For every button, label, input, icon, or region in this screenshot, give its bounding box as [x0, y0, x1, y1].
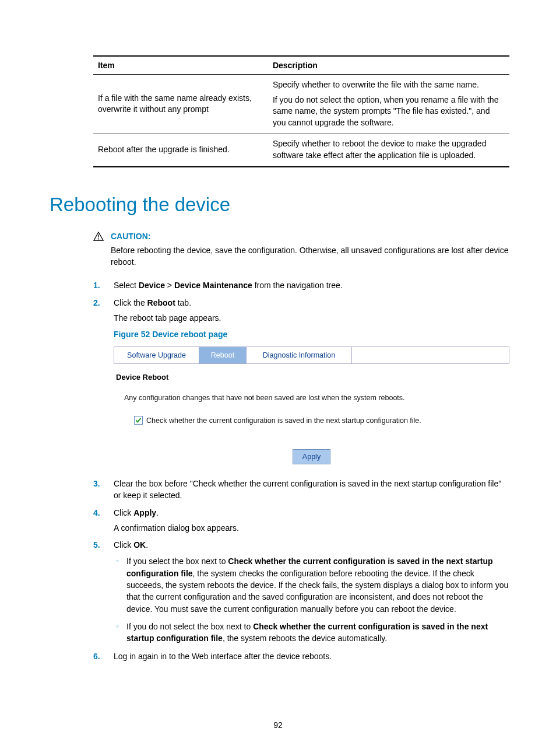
config-checkbox[interactable]: [134, 416, 143, 425]
caution-text: Before rebooting the device, save the co…: [111, 246, 509, 267]
step-2: Click the Reboot tab. The reboot tab pag…: [93, 297, 509, 469]
step-text-bold: Device Maintenance: [174, 281, 252, 290]
step-1: Select Device > Device Maintenance from …: [93, 279, 509, 291]
parameter-table: Item Description If a file with the same…: [93, 55, 509, 167]
step-text: Click the: [114, 298, 147, 307]
step-4: Click Apply. A confirmation dialog box a…: [93, 507, 509, 534]
apply-button[interactable]: Apply: [293, 449, 330, 464]
step-text: >: [165, 281, 174, 290]
step-text: .: [146, 540, 148, 550]
sub-text: , the system reboots the device automati…: [223, 634, 387, 643]
figure-reboot-ui: Software Upgrade Reboot Diagnostic Infor…: [114, 346, 509, 469]
caution-icon: [93, 230, 105, 243]
table-cell-text: If you do not select the option, when yo…: [273, 94, 505, 129]
section-heading: Rebooting the device: [50, 194, 509, 216]
step-text-bold: Device: [139, 281, 165, 290]
step-6: Log in again in to the Web interface aft…: [93, 650, 509, 662]
caution-block: CAUTION: Before rebooting the device, sa…: [93, 230, 509, 268]
step-text: from the navigation tree.: [252, 281, 343, 290]
figure-checkbox-row: Check whether the current configuration …: [114, 407, 509, 432]
sub-item: If you do not select the box next to Che…: [114, 621, 509, 645]
table-row: Reboot after the upgrade is finished. Sp…: [93, 134, 509, 167]
step-subtext: A confirmation dialog box appears.: [114, 522, 509, 534]
step-text-bold: OK: [133, 540, 146, 550]
table-row: If a file with the same name already exi…: [93, 75, 509, 134]
step-text-bold: Reboot: [147, 298, 175, 307]
step-text: Click: [114, 508, 133, 517]
step-subtext: The reboot tab page appears.: [114, 312, 509, 324]
step-text: tab.: [175, 298, 191, 307]
table-header-item: Item: [93, 56, 268, 75]
tab-software-upgrade[interactable]: Software Upgrade: [114, 347, 199, 363]
table-cell-description: Specify whether to overwrite the file wi…: [268, 75, 509, 134]
page-number: 92: [0, 720, 556, 730]
sub-text: If you select the box next to: [126, 556, 228, 566]
table-cell-item: Reboot after the upgrade is finished.: [93, 134, 268, 167]
table-header-description: Description: [268, 56, 509, 75]
step-text: Click: [114, 540, 133, 550]
table-cell-text: Specify whether to overwrite the file wi…: [273, 79, 505, 91]
figure-apply-row: Apply: [114, 432, 509, 469]
step-text: .: [156, 508, 159, 517]
step-text-bold: Apply: [133, 508, 156, 517]
svg-point-1: [98, 238, 99, 239]
figure-caption: Figure 52 Device reboot page: [114, 328, 509, 340]
document-page: Item Description If a file with the same…: [0, 0, 556, 756]
figure-section-title: Device Reboot: [114, 364, 509, 387]
sub-text: If you do not select the box next to: [126, 622, 253, 631]
table-cell-description: Specify whether to reboot the device to …: [268, 134, 509, 167]
caution-content: CAUTION: Before rebooting the device, sa…: [111, 230, 509, 268]
table-cell-item: If a file with the same name already exi…: [93, 75, 268, 134]
caution-title: CAUTION:: [111, 230, 509, 242]
steps-list: Select Device > Device Maintenance from …: [93, 279, 509, 662]
figure-checkbox-label: Check whether the current configuration …: [146, 415, 421, 426]
tab-reboot[interactable]: Reboot: [199, 347, 247, 363]
sub-item: If you select the box next to Check whet…: [114, 555, 509, 614]
step-text: Select: [114, 281, 139, 290]
tab-diagnostic-information[interactable]: Diagnostic Information: [247, 347, 352, 363]
step-5: Click OK. If you select the box next to …: [93, 539, 509, 644]
step-3: Clear the box before "Check whether the …: [93, 478, 509, 502]
figure-warning-text: Any configuration changes that have not …: [114, 387, 509, 407]
sub-list: If you select the box next to Check whet…: [114, 555, 509, 644]
tab-row: Software Upgrade Reboot Diagnostic Infor…: [114, 346, 509, 364]
tab-empty: [352, 347, 509, 363]
